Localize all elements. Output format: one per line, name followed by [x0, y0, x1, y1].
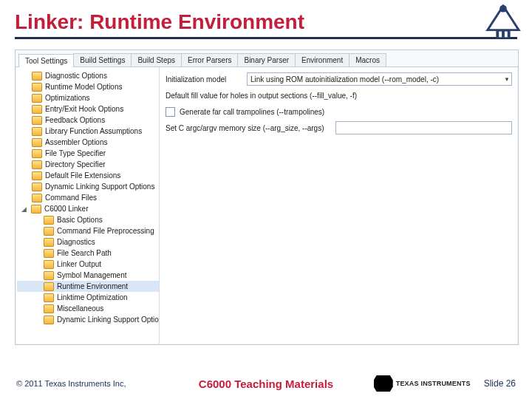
- slide-footer: © 2011 Texas Instruments Inc, C6000 Teac…: [0, 375, 532, 392]
- tree-node[interactable]: Assembler Options: [17, 137, 159, 148]
- tree-label: Library Function Assumptions: [45, 127, 142, 135]
- form-panel: Initialization model Link using ROM auto…: [160, 67, 518, 344]
- tree-node[interactable]: Diagnostic Options: [17, 70, 159, 81]
- folder-icon: [44, 260, 54, 269]
- folder-icon: [32, 94, 42, 103]
- ti-chip-icon: [374, 375, 393, 392]
- tree-label: Assembler Options: [45, 138, 107, 146]
- tree-label: File Search Path: [57, 249, 112, 257]
- folder-icon: [44, 227, 54, 236]
- svg-rect-2: [499, 32, 502, 38]
- tree-node[interactable]: File Type Specifier: [17, 148, 159, 159]
- settings-window: Tool Settings Build Settings Build Steps…: [15, 50, 519, 345]
- arg-size-input[interactable]: [335, 121, 512, 134]
- tree-label: Dynamic Linking Support Options: [57, 316, 160, 324]
- tree-node[interactable]: Miscellaneous: [17, 303, 159, 314]
- svg-rect-1: [496, 30, 510, 39]
- tree-node[interactable]: Default File Extensions: [17, 170, 159, 181]
- tree-label: Diagnostics: [57, 238, 95, 246]
- tree-node[interactable]: Dynamic Linking Support Options: [17, 181, 159, 192]
- folder-icon: [32, 83, 42, 92]
- folder-icon: [32, 194, 42, 202]
- init-model-select[interactable]: Link using ROM autoinitialization model …: [247, 72, 512, 86]
- tree-label: Runtime Environment: [57, 282, 128, 290]
- folder-icon: [32, 105, 42, 114]
- init-model-label: Initialization model: [166, 75, 247, 83]
- page-title: Linker: Runtime Environment: [15, 10, 517, 34]
- tree-label: C6000 Linker: [44, 205, 88, 213]
- trampolines-label: Generate far call trampolines (--trampol…: [180, 108, 512, 116]
- tree-node[interactable]: Runtime Model Options: [17, 81, 159, 92]
- tree-node[interactable]: Feedback Options: [17, 115, 159, 126]
- tab-error-parsers[interactable]: Error Parsers: [181, 53, 238, 66]
- copyright-text: © 2011 Texas Instruments Inc,: [16, 379, 126, 388]
- tree-label: Command File Preprocessing: [57, 227, 154, 235]
- folder-icon: [44, 238, 54, 247]
- folder-icon: [44, 304, 54, 313]
- ti-logo-text: TEXAS INSTRUMENTS: [396, 380, 471, 387]
- tree-node[interactable]: Linktime Optimization: [17, 292, 159, 303]
- folder-icon: [31, 205, 41, 214]
- tree-node[interactable]: Basic Options: [17, 214, 159, 225]
- tab-binary-parser[interactable]: Binary Parser: [237, 53, 296, 66]
- tree-node[interactable]: Diagnostics: [17, 236, 159, 248]
- tree-label: Optimizations: [45, 94, 90, 102]
- title-divider: [15, 37, 517, 39]
- technion-logo: [482, 4, 525, 41]
- tree-label: Basic Options: [57, 216, 103, 224]
- trampolines-checkbox[interactable]: [166, 107, 175, 117]
- tab-bar: Tool Settings Build Settings Build Steps…: [16, 50, 518, 67]
- folder-icon: [32, 160, 42, 169]
- tree-node[interactable]: Linker Output: [17, 259, 159, 270]
- expand-icon[interactable]: ◢: [21, 205, 28, 213]
- tree-node[interactable]: Command Files: [17, 192, 159, 203]
- folder-icon: [32, 127, 42, 136]
- slide-number: Slide 26: [484, 378, 516, 389]
- tab-build-steps[interactable]: Build Steps: [131, 53, 182, 66]
- tree-label: File Type Specifier: [45, 149, 106, 157]
- tree-node[interactable]: Command File Preprocessing: [17, 225, 159, 236]
- tree-label: Miscellaneous: [57, 304, 103, 313]
- tree-label: Default File Extensions: [45, 171, 120, 180]
- folder-icon: [44, 271, 54, 280]
- arg-size-label: Set C argc/argv memory size (--arg_size,…: [166, 124, 335, 132]
- tree-node-linker[interactable]: ◢ C6000 Linker: [17, 203, 159, 214]
- folder-icon: [44, 316, 54, 324]
- svg-rect-3: [505, 32, 508, 38]
- chevron-down-icon: ▼: [504, 76, 510, 83]
- tree-node[interactable]: Runtime Environment: [17, 281, 159, 292]
- tree-label: Command Files: [45, 194, 97, 202]
- tree-node[interactable]: File Search Path: [17, 248, 159, 259]
- init-model-value: Link using ROM autoinitialization model …: [250, 75, 439, 83]
- fill-value-label: Default fill value for holes in output s…: [166, 92, 512, 100]
- tab-build-settings[interactable]: Build Settings: [73, 53, 132, 66]
- tree-node[interactable]: Directory Specifier: [17, 159, 159, 170]
- tab-environment[interactable]: Environment: [295, 53, 349, 66]
- options-tree[interactable]: Diagnostic OptionsRuntime Model OptionsO…: [16, 67, 160, 344]
- folder-icon: [32, 72, 42, 81]
- tree-label: Runtime Model Options: [45, 83, 123, 91]
- folder-icon: [32, 138, 42, 147]
- tree-label: Diagnostic Options: [45, 72, 107, 80]
- tree-node[interactable]: Library Function Assumptions: [17, 126, 159, 137]
- tab-macros[interactable]: Macros: [349, 53, 386, 66]
- folder-icon: [44, 249, 54, 258]
- folder-icon: [44, 293, 54, 302]
- svg-point-0: [499, 5, 507, 13]
- folder-icon: [44, 216, 54, 225]
- tree-node[interactable]: Dynamic Linking Support Options: [17, 314, 159, 325]
- tree-node[interactable]: Entry/Exit Hook Options: [17, 103, 159, 115]
- folder-icon: [44, 282, 54, 291]
- tree-label: Linktime Optimization: [57, 293, 128, 301]
- folder-icon: [32, 116, 42, 125]
- tree-label: Directory Specifier: [45, 160, 106, 168]
- tree-node[interactable]: Symbol Management: [17, 270, 159, 281]
- tab-tool-settings[interactable]: Tool Settings: [18, 54, 74, 67]
- folder-icon: [32, 183, 42, 191]
- tree-label: Linker Output: [57, 260, 101, 268]
- tree-label: Feedback Options: [45, 116, 105, 124]
- tree-label: Entry/Exit Hook Options: [45, 105, 123, 113]
- ti-logo: TEXAS INSTRUMENTS: [374, 375, 471, 392]
- folder-icon: [32, 171, 42, 180]
- tree-node[interactable]: Optimizations: [17, 92, 159, 103]
